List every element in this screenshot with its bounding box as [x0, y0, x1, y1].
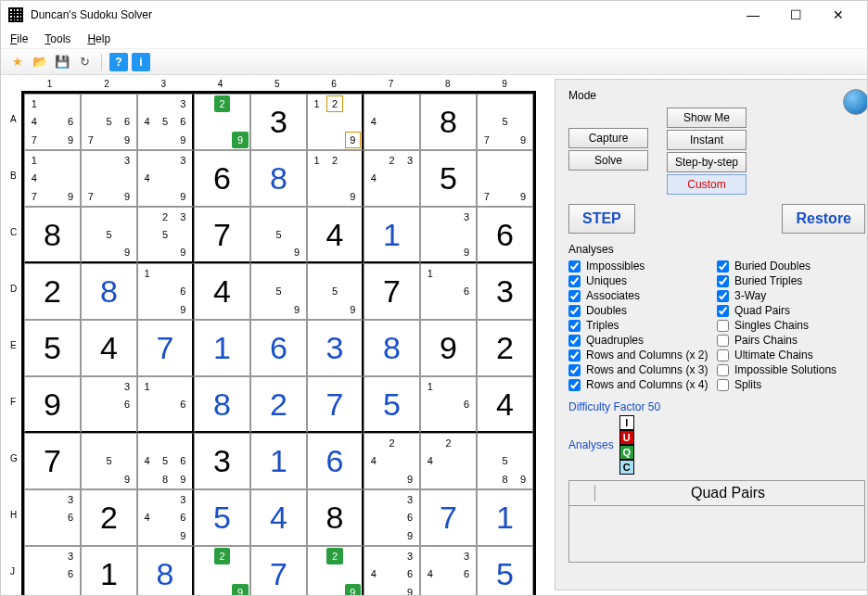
analysis-badge[interactable]: U [619, 430, 634, 445]
sudoku-cell[interactable]: 8 [364, 320, 420, 376]
sudoku-cell[interactable]: 4 [364, 94, 420, 150]
sudoku-cell[interactable]: 8 [194, 376, 250, 433]
sudoku-cell[interactable]: 5 [24, 320, 81, 376]
sudoku-cell[interactable]: 36 [24, 489, 81, 546]
sudoku-cell[interactable]: 3 [307, 320, 364, 376]
analysis-checkbox[interactable]: Uniques [568, 274, 717, 287]
analysis-checkbox[interactable]: Doubles [568, 304, 717, 317]
analysis-checkbox[interactable]: 3-Way [717, 289, 865, 302]
sudoku-cell[interactable]: 4 [307, 207, 364, 263]
sudoku-cell[interactable]: 59 [307, 263, 364, 320]
sudoku-cell[interactable]: 3 [250, 94, 307, 150]
sudoku-cell[interactable]: 6 [194, 150, 250, 207]
sudoku-cell[interactable]: 59 [81, 433, 137, 489]
analysis-checkbox[interactable]: Rows and Columns (x 3) [568, 363, 717, 376]
sudoku-cell[interactable]: 7 [137, 320, 194, 376]
sudoku-cell[interactable]: 9 [24, 376, 81, 433]
restore-button[interactable]: Restore [782, 204, 865, 234]
save-icon[interactable]: 💾 [53, 53, 71, 71]
sudoku-cell[interactable]: 1 [250, 433, 307, 489]
menu-tools[interactable]: Tools [45, 32, 70, 45]
sudoku-cell[interactable]: 2 [250, 376, 307, 433]
globe-icon[interactable] [843, 89, 868, 115]
sudoku-cell[interactable]: 7 [420, 489, 477, 546]
sudoku-cell[interactable]: 1 [194, 320, 250, 376]
sudoku-cell[interactable]: 2 [477, 320, 533, 376]
sudoku-cell[interactable]: 1 [477, 489, 533, 546]
sudoku-cell[interactable]: 1479 [24, 150, 81, 207]
analysis-checkbox[interactable]: Pairs Chains [717, 334, 865, 347]
sudoku-cell[interactable]: 4 [194, 263, 250, 320]
close-button[interactable]: ✕ [817, 1, 860, 29]
sudoku-cell[interactable]: 79 [477, 150, 533, 207]
minimize-button[interactable]: — [732, 1, 774, 29]
analysis-badge[interactable]: I [619, 415, 634, 430]
sudoku-cell[interactable]: 36 [81, 376, 137, 433]
sudoku-cell[interactable]: 7 [194, 207, 250, 263]
sudoku-cell[interactable]: 349 [137, 150, 194, 207]
sudoku-cell[interactable]: 249 [364, 433, 420, 489]
sudoku-cell[interactable]: 45689 [137, 433, 194, 489]
sudoku-cell[interactable]: 34569 [137, 94, 194, 150]
sudoku-cell[interactable]: 6 [307, 433, 364, 489]
sudoku-cell[interactable]: 234 [364, 150, 420, 207]
sudoku-cell[interactable]: 8 [81, 263, 137, 320]
sudoku-cell[interactable]: 2359 [137, 207, 194, 263]
instant-button[interactable]: Instant [667, 130, 747, 150]
analysis-checkbox[interactable]: Buried Triples [717, 274, 865, 287]
sudoku-cell[interactable]: 369 [364, 489, 420, 546]
sudoku-cell[interactable]: 5 [420, 150, 477, 207]
sudoku-cell[interactable]: 59 [81, 207, 137, 263]
sudoku-cell[interactable]: 129 [307, 150, 364, 207]
help-icon[interactable]: ? [109, 53, 128, 71]
analysis-checkbox[interactable]: Impossibles [568, 260, 717, 273]
sudoku-cell[interactable]: 29 [307, 546, 364, 596]
analysis-checkbox[interactable]: Impossible Solutions [717, 363, 865, 376]
menu-help[interactable]: Help [87, 32, 110, 45]
sudoku-cell[interactable]: 169 [137, 263, 194, 320]
folder-open-icon[interactable]: 📂 [31, 53, 49, 71]
sudoku-cell[interactable]: 8 [137, 546, 194, 596]
analysis-checkbox[interactable]: Ultimate Chains [717, 349, 865, 361]
analysis-checkbox[interactable]: Triples [568, 319, 717, 332]
sudoku-cell[interactable]: 3469 [137, 489, 194, 546]
sudoku-cell[interactable]: 7 [307, 376, 364, 433]
sudoku-cell[interactable]: 589 [477, 433, 533, 489]
sudoku-cell[interactable]: 379 [81, 150, 137, 207]
sudoku-cell[interactable]: 4 [81, 320, 137, 376]
step-button[interactable]: STEP [568, 204, 635, 234]
sudoku-cell[interactable]: 1 [81, 546, 137, 596]
analysis-checkbox[interactable]: Associates [568, 289, 717, 302]
maximize-button[interactable]: ☐ [774, 1, 817, 29]
sudoku-cell[interactable]: 4 [477, 376, 533, 433]
step-by-step-button[interactable]: Step-by-step [667, 152, 747, 172]
solve-button[interactable]: Solve [568, 150, 648, 171]
info-icon[interactable]: i [132, 53, 150, 71]
sudoku-cell[interactable]: 9 [420, 320, 477, 376]
sudoku-cell[interactable]: 579 [477, 94, 533, 150]
analysis-checkbox[interactable]: Rows and Columns (x 4) [568, 378, 717, 391]
sudoku-cell[interactable]: 5 [194, 489, 250, 546]
sudoku-cell[interactable]: 2 [81, 489, 137, 546]
sudoku-cell[interactable]: 16 [137, 376, 194, 433]
menu-file[interactable]: File [10, 32, 28, 45]
sudoku-cell[interactable]: 2 [24, 263, 81, 320]
sudoku-cell[interactable]: 3469 [364, 546, 420, 596]
sudoku-cell[interactable]: 16 [420, 376, 477, 433]
analysis-checkbox[interactable]: Rows and Columns (x 2) [568, 349, 717, 361]
sudoku-cell[interactable]: 5679 [81, 94, 137, 150]
analysis-checkbox[interactable]: Singles Chains [717, 319, 865, 332]
analysis-checkbox[interactable]: Splits [717, 378, 865, 391]
sudoku-cell[interactable]: 8 [420, 94, 477, 150]
rotate-icon[interactable]: ↻ [75, 53, 94, 71]
analysis-badge[interactable]: C [619, 460, 634, 475]
sudoku-cell[interactable]: 6 [477, 207, 533, 263]
sudoku-cell[interactable]: 59 [250, 263, 307, 320]
sudoku-cell[interactable]: 3 [194, 433, 250, 489]
sudoku-cell[interactable]: 24 [420, 433, 477, 489]
show-me-button[interactable]: Show Me [667, 108, 747, 128]
sudoku-cell[interactable]: 39 [420, 207, 477, 263]
sudoku-cell[interactable]: 8 [250, 150, 307, 207]
sudoku-cell[interactable]: 14679 [24, 94, 81, 150]
sudoku-cell[interactable]: 36 [24, 546, 81, 596]
